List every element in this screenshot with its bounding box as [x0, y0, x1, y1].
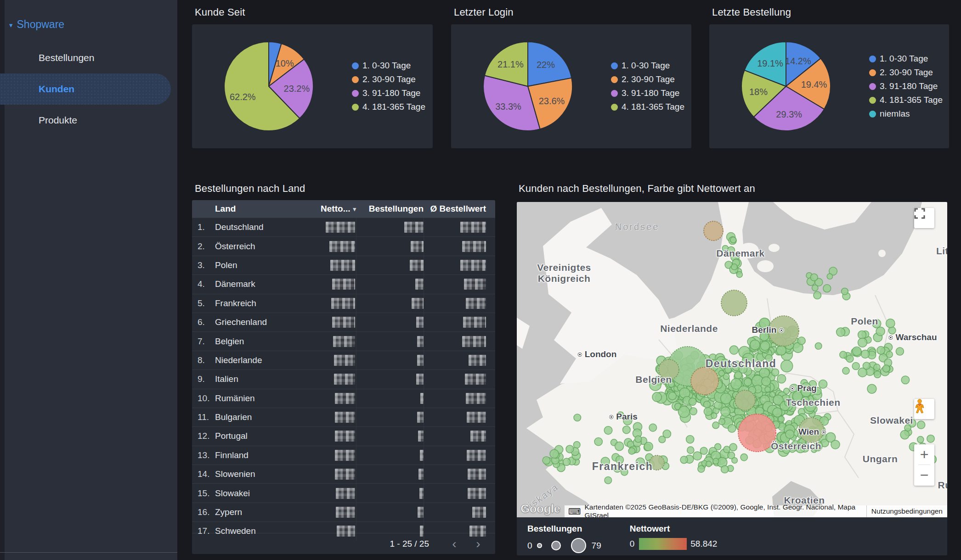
zoom-in-button[interactable]: + — [914, 444, 934, 465]
redacted-value — [467, 450, 486, 461]
map-zoom-control: + − — [914, 444, 934, 486]
map-canvas[interactable]: NordseeVereinigtesKönigreichDänemarkLita… — [517, 202, 947, 517]
row-cell-netto — [295, 503, 356, 521]
row-cell-avg — [424, 313, 491, 331]
pagination-prev-button[interactable]: ‹ — [447, 538, 461, 550]
color-legend-min: 0 — [630, 539, 635, 549]
legend-color-dot — [352, 62, 359, 69]
redacted-value — [468, 469, 486, 480]
legend-item[interactable]: 2. 30-90 Tage — [869, 67, 943, 78]
column-header-bestellungen[interactable]: Bestellungen — [356, 200, 424, 218]
row-cell-best — [356, 275, 424, 293]
legend-item[interactable]: niemlas — [869, 109, 943, 119]
sidebar-item-kunden[interactable]: Kunden — [0, 73, 171, 105]
redacted-value — [335, 431, 355, 442]
legend-color-dot — [869, 97, 876, 104]
legend-color-dot — [352, 76, 359, 83]
row-rank: 4. — [192, 279, 215, 289]
column-header-bestellwert[interactable]: Ø Bestellwert — [424, 200, 491, 218]
legend-item[interactable]: 1. 0-30 Tage — [611, 61, 684, 71]
column-header-netto[interactable]: Netto... ▾ — [295, 200, 356, 218]
legend-item[interactable]: 4. 181-365 Tage — [352, 102, 425, 112]
map-label-nordsee: Nordsee — [615, 222, 660, 232]
redacted-value — [472, 507, 486, 518]
row-cell-best — [356, 313, 424, 331]
redacted-value — [410, 260, 424, 271]
pie-percent-label: 10% — [276, 58, 294, 68]
redacted-value — [334, 374, 355, 385]
row-cell-best — [356, 465, 424, 483]
legend-item[interactable]: 3. 91-180 Tage — [352, 88, 425, 98]
row-cell-best — [356, 370, 424, 388]
map-label-polen: Polen — [851, 316, 878, 327]
row-cell-netto — [295, 351, 356, 370]
table-row: 11.Bulgarien — [192, 408, 495, 426]
sidebar-item-bestellungen[interactable]: Bestellungen — [0, 42, 177, 73]
legend-item[interactable]: 3. 91-180 Tage — [869, 81, 943, 91]
redacted-value — [329, 241, 355, 252]
legend-color-dot — [869, 83, 876, 90]
table-row: 12.Portugal — [192, 426, 495, 445]
redacted-value — [326, 222, 355, 233]
brand-label: Shopware — [17, 18, 65, 31]
legend-item[interactable]: 3. 91-180 Tage — [611, 88, 684, 98]
redacted-value — [411, 241, 424, 252]
row-rank: 5. — [192, 298, 215, 308]
panel-title-bestellungen-nach-land: Bestellungen nach Land — [195, 183, 305, 195]
table-body: 1.Deutschland2.Österreich3.Polen4.Dänema… — [192, 218, 495, 541]
pagination-next-button[interactable]: › — [471, 538, 485, 550]
terms-link[interactable]: Nutzungsbedingungen — [866, 505, 947, 517]
redacted-value — [420, 450, 424, 461]
row-cell-avg — [424, 294, 491, 313]
row-rank: 15. — [192, 488, 215, 498]
sidebar-item-produkte[interactable]: Produkte — [0, 105, 177, 136]
row-cell-netto — [295, 237, 356, 255]
legend-label: 4. 181-365 Tage — [362, 102, 425, 112]
table-row: 4.Dänemark — [192, 274, 495, 293]
row-cell-best — [356, 503, 424, 521]
city-marker-icon — [578, 353, 582, 357]
table-row: 5.Frankreich — [192, 294, 495, 313]
pie-percent-label: 29.3% — [776, 109, 802, 119]
size-legend-medium-circle — [551, 541, 561, 550]
keyboard-shortcuts-icon[interactable]: ⌨ — [568, 506, 581, 517]
pegman-button[interactable] — [914, 399, 934, 419]
row-rank: 7. — [192, 336, 215, 347]
pie-percent-label: 23.2% — [284, 84, 310, 94]
redacted-value — [419, 488, 424, 499]
city-marker-icon — [779, 328, 783, 332]
size-legend-min: 0 — [527, 541, 532, 551]
color-legend-max: 58.842 — [690, 539, 717, 549]
legend-item[interactable]: 2. 30-90 Tage — [352, 74, 425, 84]
row-cell-netto — [295, 408, 356, 426]
fullscreen-button[interactable] — [914, 208, 934, 228]
legend-label: 1. 0-30 Tage — [880, 54, 928, 64]
legend-item[interactable]: 1. 0-30 Tage — [352, 61, 425, 71]
legend-item[interactable]: 1. 0-30 Tage — [869, 54, 943, 64]
redacted-value — [336, 488, 355, 499]
redacted-value — [463, 317, 486, 328]
legend-item[interactable]: 4. 181-365 Tage — [611, 102, 684, 112]
row-cell-netto — [295, 484, 356, 502]
row-cell-netto — [295, 427, 356, 445]
row-country: Griechenland — [215, 317, 295, 327]
pie-panel-letzter-login: 22%23.6%33.3%21.1% 1. 0-30 Tage2. 30-90 … — [451, 24, 691, 148]
column-header-label: Bestellungen — [369, 204, 424, 214]
legend-color-dot — [869, 56, 876, 62]
redacted-value — [460, 260, 486, 271]
pie-panel-kunde-seit: 10%23.2%62.2% 1. 0-30 Tage2. 30-90 Tage3… — [192, 24, 433, 148]
brand[interactable]: ▾ Shopware — [9, 18, 64, 31]
zoom-out-button[interactable]: − — [914, 465, 934, 485]
legend-item[interactable]: 2. 30-90 Tage — [611, 74, 684, 84]
map-attribution-bar: ⌨ Kartendaten ©2025 GeoBasis-DE/BKG (©20… — [565, 505, 947, 517]
google-logo[interactable]: Google — [520, 502, 560, 516]
pie-percent-label: 62.2% — [230, 92, 256, 102]
table-row: 3.Polen — [192, 256, 495, 274]
map-attribution-text: Kartendaten ©2025 GeoBasis-DE/BKG (©2009… — [584, 503, 866, 517]
redacted-value — [466, 393, 486, 404]
table-row: 14.Slowenien — [192, 465, 495, 483]
row-country: Zypern — [215, 507, 295, 517]
pie-percent-label: 14.2% — [785, 56, 811, 66]
legend-label: 2. 30-90 Tage — [362, 74, 416, 84]
legend-item[interactable]: 4. 181-365 Tage — [869, 95, 943, 105]
